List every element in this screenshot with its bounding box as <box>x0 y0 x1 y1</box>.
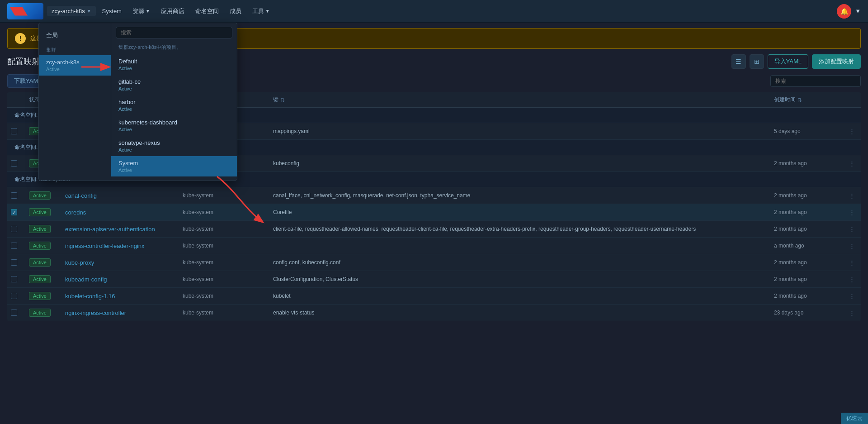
dropdown-cluster-section: 集群 <box>39 45 111 55</box>
row-more-button[interactable]: ⋮ <box>846 224 857 234</box>
row-checkbox[interactable] <box>11 192 17 199</box>
add-configmap-button[interactable]: 添加配置映射 <box>812 54 861 69</box>
cluster-name: zcy-arch-k8s <box>52 8 85 14</box>
row-more-button[interactable]: ⋮ <box>846 207 857 218</box>
cluster-chevron: ▼ <box>87 9 91 14</box>
row-more-button[interactable]: ⋮ <box>846 291 857 301</box>
col-actions <box>843 96 861 104</box>
nav-item-tools[interactable]: 工具 ▼ <box>247 5 275 18</box>
row-checkbox[interactable] <box>11 293 17 299</box>
row-more-button[interactable]: ⋮ <box>846 158 857 169</box>
view-grid-icon-btn[interactable]: ⊞ <box>750 54 764 69</box>
row-more-button[interactable]: ⋮ <box>846 257 857 268</box>
row-checkbox[interactable] <box>11 128 17 134</box>
top-nav: zcy-arch-k8s ▼ System 资源 ▼ 应用商店 命名空间 成员 … <box>0 0 868 23</box>
status-badge: Active <box>29 309 51 317</box>
cluster-dropdown: 全局 集群 zcy-arch-k8s Active 集群zcy-arch-k8s… <box>38 23 237 181</box>
row-checkbox[interactable]: ✓ <box>11 209 17 215</box>
status-badge: Active <box>29 292 51 300</box>
dropdown-hint: 集群zcy-arch-k8s中的项目。 <box>111 42 237 54</box>
dropdown-left: 全局 集群 zcy-arch-k8s Active <box>39 23 111 180</box>
configmap-name-link[interactable]: kube-proxy <box>65 259 94 266</box>
row-more-button[interactable]: ⋮ <box>846 126 857 137</box>
view-list-icon-btn[interactable]: ☰ <box>731 54 746 69</box>
row-more-button[interactable]: ⋮ <box>846 240 857 251</box>
dropdown-cluster-item-zcy[interactable]: zcy-arch-k8s Active <box>39 55 111 76</box>
nav-item-system[interactable]: System <box>97 5 127 17</box>
notification-bell[interactable]: 🔔 <box>837 4 851 19</box>
warning-icon: ! <box>15 33 26 44</box>
nav-item-appstore[interactable]: 应用商店 <box>156 5 190 18</box>
table-row: Active kubelet-config-1.16 kube-system k… <box>7 288 861 305</box>
col-check <box>7 96 25 104</box>
status-badge: Active <box>29 275 51 283</box>
row-checkbox[interactable] <box>11 259 17 266</box>
table-row: Active kubeadm-config kube-system Cluste… <box>7 271 861 288</box>
status-badge: Active <box>29 258 51 267</box>
header-actions: ☰ ⊞ 导入YAML 添加配置映射 <box>731 54 861 69</box>
table-row: ✓ Active coredns kube-system Corefile 2 … <box>7 204 861 221</box>
configmap-name-link[interactable]: extension-apiserver-authentication <box>65 226 155 233</box>
status-badge: Active <box>29 191 51 200</box>
import-yaml-button[interactable]: 导入YAML <box>768 54 808 69</box>
configmap-name-link[interactable]: nginx-ingress-controller <box>65 310 126 316</box>
configmap-name-link[interactable]: kubelet-config-1.16 <box>65 293 115 300</box>
table-row: Active ingress-controller-leader-nginx k… <box>7 238 861 254</box>
row-checkbox[interactable] <box>11 160 17 167</box>
dropdown-project-sonatype[interactable]: sonatype-nexus Active <box>111 136 237 156</box>
dropdown-global[interactable]: 全局 <box>39 28 111 43</box>
nav-item-namespace[interactable]: 命名空间 <box>190 5 224 18</box>
configmap-name-link[interactable]: ingress-controller-leader-nginx <box>65 243 145 249</box>
dropdown-project-harbor[interactable]: harbor Active <box>111 95 237 115</box>
nav-item-members[interactable]: 成员 <box>224 5 247 18</box>
row-checkbox[interactable] <box>11 310 17 316</box>
table-row: Active nginx-ingress-controller kube-sys… <box>7 305 861 321</box>
dropdown-search-input[interactable] <box>116 27 232 38</box>
col-keys: 键 ⇅ <box>269 96 770 104</box>
dropdown-right: 集群zcy-arch-k8s中的项目。 Default Active gitla… <box>111 23 237 180</box>
table-row: Active extension-apiserver-authenticatio… <box>7 221 861 238</box>
status-badge: Active <box>29 208 51 216</box>
page-title: 配置映射 <box>7 56 40 67</box>
row-checkbox[interactable] <box>11 276 17 282</box>
nav-user[interactable]: ▼ <box>855 8 861 14</box>
row-checkbox[interactable] <box>11 243 17 249</box>
row-more-button[interactable]: ⋮ <box>846 307 857 318</box>
nav-item-resources[interactable]: 资源 ▼ <box>127 5 156 18</box>
row-more-button[interactable]: ⋮ <box>846 190 857 201</box>
table-row: Active kube-proxy kube-system config.con… <box>7 254 861 271</box>
status-badge: Active <box>29 225 51 233</box>
table-row: Active canal-config kube-system canal_if… <box>7 187 861 204</box>
configmap-name-link[interactable]: coredns <box>65 209 86 216</box>
col-time: 创建时间 ⇅ <box>770 96 843 104</box>
status-badge: Active <box>29 242 51 250</box>
row-more-button[interactable]: ⋮ <box>846 274 857 285</box>
search-input[interactable] <box>770 75 861 87</box>
nav-logo <box>7 3 43 19</box>
cluster-selector[interactable]: zcy-arch-k8s ▼ <box>47 6 96 16</box>
dropdown-project-default[interactable]: Default Active <box>111 54 237 75</box>
configmap-name-link[interactable]: kubeadm-config <box>65 276 107 283</box>
dropdown-project-k8s-dashboard[interactable]: kubernetes-dashboard Active <box>111 115 237 136</box>
row-checkbox[interactable] <box>11 226 17 232</box>
dropdown-project-system[interactable]: System Active <box>111 156 237 176</box>
configmap-name-link[interactable]: canal-config <box>65 192 97 199</box>
dropdown-project-gitlab[interactable]: gitlab-ce Active <box>111 75 237 95</box>
